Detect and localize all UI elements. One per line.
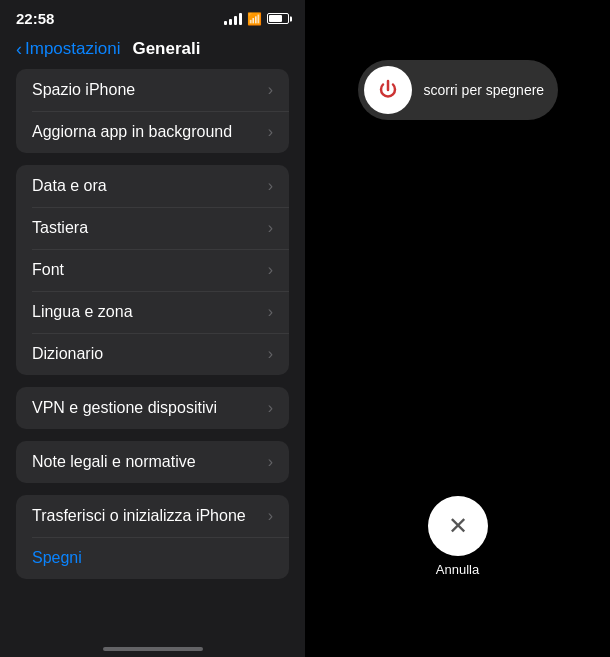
settings-list: Spazio iPhone › Aggiorna app in backgrou… bbox=[0, 69, 305, 639]
chevron-right-icon: › bbox=[268, 345, 273, 363]
chevron-right-icon: › bbox=[268, 219, 273, 237]
cancel-x-icon: ✕ bbox=[448, 514, 468, 538]
tastiera-label: Tastiera bbox=[32, 219, 88, 237]
font-label: Font bbox=[32, 261, 64, 279]
home-bar bbox=[103, 647, 203, 651]
chevron-left-icon: ‹ bbox=[16, 40, 22, 58]
battery-icon bbox=[267, 13, 289, 24]
section-group2: Data e ora › Tastiera › Font › Lingua e … bbox=[16, 165, 289, 375]
power-slider[interactable]: scorri per spegnere bbox=[358, 60, 558, 120]
sidebar-item-spazio-iphone[interactable]: Spazio iPhone › bbox=[16, 69, 289, 111]
power-button[interactable] bbox=[364, 66, 412, 114]
cancel-button[interactable]: ✕ bbox=[428, 496, 488, 556]
sidebar-item-dizionario[interactable]: Dizionario › bbox=[16, 333, 289, 375]
trasferisci-label: Trasferisci o inizializza iPhone bbox=[32, 507, 246, 525]
spegni-item[interactable]: Spegni bbox=[16, 537, 289, 579]
back-label: Impostazioni bbox=[25, 39, 120, 59]
sidebar-item-aggiorna-app[interactable]: Aggiorna app in background › bbox=[16, 111, 289, 153]
section-group2-container: Data e ora › Tastiera › Font › Lingua e … bbox=[16, 165, 289, 375]
section-group4: Note legali e normative › bbox=[16, 441, 289, 483]
spegni-label: Spegni bbox=[32, 549, 82, 566]
chevron-right-icon: › bbox=[268, 177, 273, 195]
section-group1-container: Spazio iPhone › Aggiorna app in backgrou… bbox=[16, 69, 289, 153]
nav-bar: ‹ Impostazioni Generali bbox=[0, 33, 305, 69]
right-panel: scorri per spegnere ✕ Annulla bbox=[305, 0, 610, 657]
note-legali-label: Note legali e normative bbox=[32, 453, 196, 471]
signal-icon bbox=[224, 13, 242, 25]
sidebar-item-data-ora[interactable]: Data e ora › bbox=[16, 165, 289, 207]
wifi-icon: 📶 bbox=[247, 12, 262, 26]
cancel-label: Annulla bbox=[436, 562, 479, 577]
section-group4-container: Note legali e normative › bbox=[16, 441, 289, 483]
left-panel: 22:58 📶 ‹ Impostazioni Generali bbox=[0, 0, 305, 657]
status-time: 22:58 bbox=[16, 10, 54, 27]
page-title: Generali bbox=[132, 39, 200, 59]
power-slider-text: scorri per spegnere bbox=[424, 82, 545, 98]
sidebar-item-font[interactable]: Font › bbox=[16, 249, 289, 291]
chevron-right-icon: › bbox=[268, 507, 273, 525]
chevron-right-icon: › bbox=[268, 303, 273, 321]
sidebar-item-tastiera[interactable]: Tastiera › bbox=[16, 207, 289, 249]
status-icons: 📶 bbox=[224, 12, 289, 26]
section-group1: Spazio iPhone › Aggiorna app in backgrou… bbox=[16, 69, 289, 153]
power-icon bbox=[376, 78, 400, 102]
spazio-iphone-label: Spazio iPhone bbox=[32, 81, 135, 99]
lingua-zona-label: Lingua e zona bbox=[32, 303, 133, 321]
sidebar-item-trasferisci[interactable]: Trasferisci o inizializza iPhone › bbox=[16, 495, 289, 537]
back-button[interactable]: ‹ Impostazioni bbox=[16, 39, 120, 59]
data-ora-label: Data e ora bbox=[32, 177, 107, 195]
vpn-label: VPN e gestione dispositivi bbox=[32, 399, 217, 417]
sidebar-item-note-legali[interactable]: Note legali e normative › bbox=[16, 441, 289, 483]
section-group3: VPN e gestione dispositivi › bbox=[16, 387, 289, 429]
section-group3-container: VPN e gestione dispositivi › bbox=[16, 387, 289, 429]
chevron-right-icon: › bbox=[268, 81, 273, 99]
chevron-right-icon: › bbox=[268, 453, 273, 471]
home-indicator bbox=[0, 639, 305, 657]
chevron-right-icon: › bbox=[268, 261, 273, 279]
chevron-right-icon: › bbox=[268, 123, 273, 141]
chevron-right-icon: › bbox=[268, 399, 273, 417]
status-bar: 22:58 📶 bbox=[0, 0, 305, 33]
aggiorna-app-label: Aggiorna app in background bbox=[32, 123, 232, 141]
cancel-button-wrap: ✕ Annulla bbox=[428, 496, 488, 577]
section-group5-container: Trasferisci o inizializza iPhone › Spegn… bbox=[16, 495, 289, 579]
section-group5: Trasferisci o inizializza iPhone › Spegn… bbox=[16, 495, 289, 579]
dizionario-label: Dizionario bbox=[32, 345, 103, 363]
sidebar-item-vpn[interactable]: VPN e gestione dispositivi › bbox=[16, 387, 289, 429]
sidebar-item-lingua-zona[interactable]: Lingua e zona › bbox=[16, 291, 289, 333]
